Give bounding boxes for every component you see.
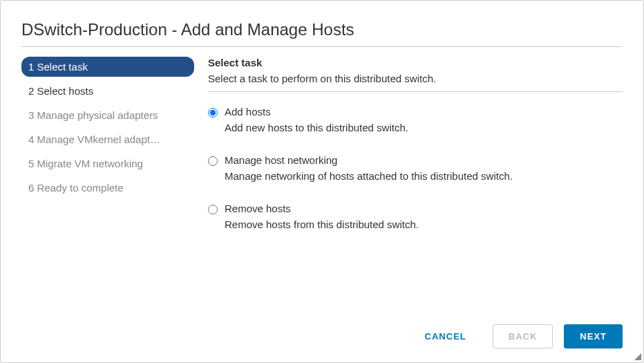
radio-label-manage-hosts[interactable]: Manage host networking [225, 154, 337, 166]
cancel-button[interactable]: CANCEL [410, 325, 482, 348]
step-label: Migrate VM networking [37, 158, 143, 169]
section-subtitle: Select a task to perform on this distrib… [208, 73, 623, 84]
radio-option-add-hosts: Add hosts Add new hosts to this distribu… [208, 106, 623, 133]
step-number: 4 [28, 133, 34, 145]
radio-option-manage-hosts: Manage host networking Manage networking… [208, 154, 623, 182]
main-panel: Select task Select a task to perform on … [201, 57, 623, 317]
task-radio-group: Add hosts Add new hosts to this distribu… [208, 106, 623, 230]
dialog-title: DSwitch-Production - Add and Manage Host… [21, 20, 623, 39]
radio-label-remove-hosts[interactable]: Remove hosts [225, 203, 291, 214]
step-manage-vmkernel-adapters: 4 Manage VMkernel adapt… [21, 129, 194, 149]
wizard-steps: 1 Select task 2 Select hosts 3 Manage ph… [21, 57, 201, 317]
step-number: 2 [28, 85, 34, 97]
step-select-hosts[interactable]: 2 Select hosts [21, 81, 194, 101]
step-number: 5 [28, 158, 34, 169]
radio-manage-hosts[interactable] [208, 156, 218, 166]
step-label: Manage VMkernel adapt… [37, 133, 160, 145]
radio-add-hosts[interactable] [208, 108, 218, 118]
content-area: 1 Select task 2 Select hosts 3 Manage ph… [21, 57, 623, 317]
step-number: 3 [28, 109, 34, 121]
step-label: Select hosts [37, 85, 94, 97]
step-select-task[interactable]: 1 Select task [21, 57, 194, 77]
step-label: Manage physical adapters [37, 109, 158, 121]
section-title: Select task [208, 57, 623, 68]
step-ready-to-complete: 6 Ready to complete [21, 178, 194, 198]
step-manage-physical-adapters: 3 Manage physical adapters [21, 105, 194, 125]
resize-handle-icon[interactable] [633, 352, 641, 360]
next-button[interactable]: NEXT [564, 324, 623, 348]
step-number: 1 [28, 61, 34, 73]
radio-desc-remove-hosts: Remove hosts from this distributed switc… [225, 218, 623, 230]
radio-desc-manage-hosts: Manage networking of hosts attached to t… [225, 170, 623, 182]
step-migrate-vm-networking: 5 Migrate VM networking [21, 153, 194, 174]
radio-remove-hosts[interactable] [208, 205, 218, 214]
step-label: Ready to complete [37, 182, 124, 194]
step-label: Select task [37, 61, 88, 73]
radio-option-remove-hosts: Remove hosts Remove hosts from this dist… [208, 203, 623, 230]
wizard-dialog: DSwitch-Production - Add and Manage Host… [0, 0, 644, 363]
radio-label-add-hosts[interactable]: Add hosts [225, 106, 271, 118]
dialog-footer: CANCEL BACK NEXT [21, 317, 623, 348]
title-divider [21, 46, 623, 47]
step-number: 6 [28, 182, 34, 194]
section-divider [208, 91, 623, 92]
back-button: BACK [493, 324, 553, 348]
radio-desc-add-hosts: Add new hosts to this distributed switch… [225, 122, 623, 133]
